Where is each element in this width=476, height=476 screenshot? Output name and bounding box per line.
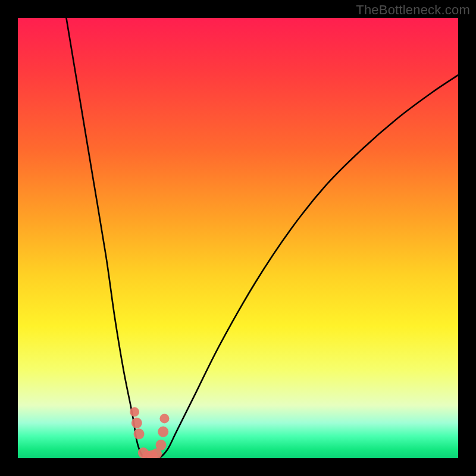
marker-dot bbox=[131, 418, 142, 428]
chart-frame: TheBottleneck.com bbox=[0, 0, 476, 476]
marker-dot bbox=[158, 427, 168, 437]
watermark-text: TheBottleneck.com bbox=[356, 2, 470, 18]
bottleneck-curve bbox=[66, 18, 458, 458]
bottleneck-markers bbox=[130, 407, 169, 458]
marker-dot bbox=[130, 407, 139, 416]
plot-area bbox=[18, 18, 458, 458]
chart-overlay bbox=[18, 18, 458, 458]
marker-dot bbox=[134, 428, 145, 439]
marker-dot bbox=[159, 414, 169, 423]
marker-dot bbox=[156, 440, 167, 450]
